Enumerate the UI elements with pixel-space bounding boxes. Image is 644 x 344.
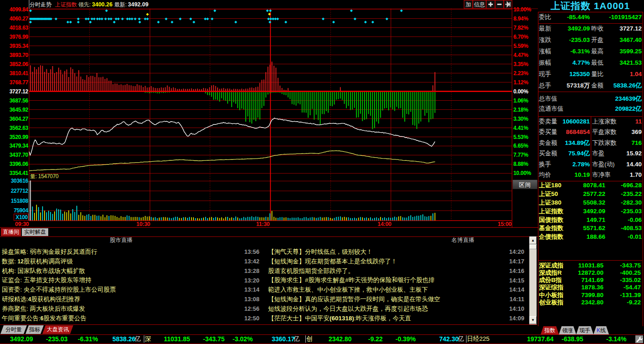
svg-text:3.35%: 3.35% xyxy=(513,61,528,67)
svg-text:4.47%: 4.47% xyxy=(513,52,528,58)
svg-text:14:00: 14:00 xyxy=(378,221,392,227)
svg-text:75904: 75904 xyxy=(14,207,28,214)
svg-text:2.18%: 2.18% xyxy=(513,107,528,113)
svg-text:0.00%: 0.00% xyxy=(513,88,528,95)
svg-text:加: 加 xyxy=(466,1,471,8)
svg-text:7.82%: 7.82% xyxy=(513,25,528,31)
svg-text:5.59%: 5.59% xyxy=(513,43,528,49)
svg-text:3437.70: 3437.70 xyxy=(10,152,29,158)
svg-text:3520.99: 3520.99 xyxy=(10,134,29,140)
svg-text:6.70%: 6.70% xyxy=(513,34,528,40)
svg-text:最新:: 最新: xyxy=(114,1,127,8)
svg-text:303616: 303616 xyxy=(11,178,29,184)
svg-text:3810.41: 3810.41 xyxy=(10,70,29,77)
svg-text:5.53%: 5.53% xyxy=(513,134,528,140)
svg-text:3687.56: 3687.56 xyxy=(10,98,29,104)
svg-text:4.41%: 4.41% xyxy=(513,125,528,131)
svg-text:4018.63: 4018.63 xyxy=(10,25,29,31)
svg-text:10.00%: 10.00% xyxy=(513,6,532,13)
svg-text:1.12%: 1.12% xyxy=(513,79,528,86)
svg-text:3645.92: 3645.92 xyxy=(10,107,29,113)
svg-text:7.77%: 7.77% xyxy=(513,152,528,158)
svg-text:X100: X100 xyxy=(15,214,28,221)
svg-text:8.94%: 8.94% xyxy=(513,15,528,22)
svg-text:6.65%: 6.65% xyxy=(513,143,528,149)
svg-text:区间: 区间 xyxy=(519,182,531,188)
svg-text:3354.41: 3354.41 xyxy=(10,170,29,176)
svg-text:3768.77: 3768.77 xyxy=(10,79,29,86)
svg-text:上证指数: 上证指数 xyxy=(55,1,77,8)
svg-text:4060.27: 4060.27 xyxy=(10,15,29,22)
svg-text:11:30: 11:30 xyxy=(256,221,270,227)
svg-text:3562.63: 3562.63 xyxy=(10,125,29,131)
svg-text:09:30: 09:30 xyxy=(15,221,29,227)
svg-text:领先:: 领先: xyxy=(78,1,91,8)
svg-text:3727.12: 3727.12 xyxy=(10,88,29,95)
svg-text:3604.27: 3604.27 xyxy=(10,116,29,122)
svg-text:151808: 151808 xyxy=(11,198,29,204)
svg-text:分时走势: 分时走势 xyxy=(30,1,51,8)
svg-text:3893.70: 3893.70 xyxy=(10,52,29,58)
svg-text:3396.06: 3396.06 xyxy=(10,161,29,167)
svg-text:10:30: 10:30 xyxy=(137,221,151,227)
svg-text:3852.06: 3852.06 xyxy=(10,61,29,67)
svg-text:10.00%: 10.00% xyxy=(513,170,532,176)
svg-text:4099.84: 4099.84 xyxy=(10,6,29,13)
svg-text:3935.34: 3935.34 xyxy=(10,43,29,49)
svg-text:3400.26: 3400.26 xyxy=(92,1,112,8)
svg-text:8.88%: 8.88% xyxy=(513,161,528,167)
svg-text:1.06%: 1.06% xyxy=(513,98,528,104)
svg-text:量: 1547070: 量: 1547070 xyxy=(30,173,59,180)
svg-text:15:00: 15:00 xyxy=(498,221,512,227)
svg-text:227712: 227712 xyxy=(11,188,29,194)
svg-text:3479.34: 3479.34 xyxy=(10,143,29,149)
svg-text:2.23%: 2.23% xyxy=(513,70,528,77)
svg-text:3492.09: 3492.09 xyxy=(128,1,148,8)
svg-text:3976.99: 3976.99 xyxy=(10,34,29,40)
svg-text:信息: 信息 xyxy=(474,1,485,8)
svg-text:3.30%: 3.30% xyxy=(513,116,528,122)
